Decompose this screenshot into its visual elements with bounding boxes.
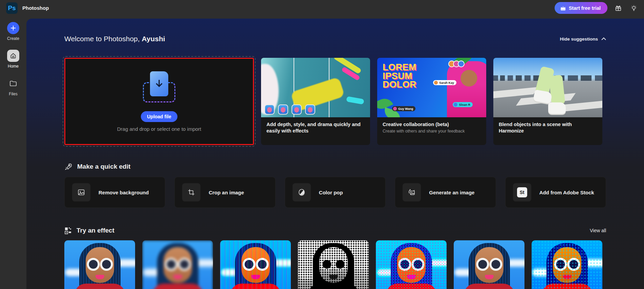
upload-file-button[interactable]: Upload file bbox=[141, 111, 177, 122]
portrait-image bbox=[532, 240, 602, 289]
portrait-image bbox=[142, 240, 213, 289]
effects-grid-icon bbox=[64, 227, 72, 234]
generate-image-icon bbox=[403, 183, 421, 201]
remove-background-button[interactable]: Remove background bbox=[64, 177, 165, 208]
effects-row bbox=[64, 240, 606, 289]
sidebar-item-create[interactable]: Create bbox=[7, 22, 19, 41]
card-subtitle: Create with others and share your feedba… bbox=[383, 129, 481, 134]
contrast-icon bbox=[293, 183, 311, 201]
quick-edit-row: Remove background Crop an image Color po… bbox=[64, 177, 606, 208]
view-all-button[interactable]: View all bbox=[590, 228, 606, 233]
collaborator-chip: Sloan R bbox=[453, 102, 473, 107]
card-title: Creative collaboration (beta) bbox=[383, 121, 481, 128]
app-title: Photoshop bbox=[22, 5, 49, 11]
card-title: Blend objects into a scene with Harmoniz… bbox=[499, 121, 597, 134]
lorem-overlay-text: LOREM IPSUM DOLOR bbox=[383, 63, 423, 89]
generate-an-image-button[interactable]: Generate an image bbox=[395, 177, 496, 208]
gift-icon bbox=[615, 4, 622, 12]
chevron-up-icon bbox=[601, 37, 606, 41]
crop-icon bbox=[182, 183, 200, 201]
effect-thumb-original-alt[interactable] bbox=[454, 240, 524, 289]
crop-an-image-button[interactable]: Crop an image bbox=[174, 177, 275, 208]
topbar: Ps Photoshop Start free trial bbox=[0, 0, 644, 16]
rocket-icon bbox=[64, 163, 72, 171]
sidebar-item-label: Create bbox=[7, 36, 19, 41]
lightbulb-icon bbox=[630, 4, 638, 12]
sidebar-item-label: Home bbox=[8, 64, 19, 69]
file-download-icon bbox=[142, 71, 176, 102]
hide-suggestions-button[interactable]: Hide suggestions bbox=[560, 37, 606, 42]
effect-thumb-original[interactable] bbox=[64, 240, 135, 289]
suggestion-card-effects[interactable]: Add depth, style, and drama quickly and … bbox=[261, 58, 370, 145]
adobe-stock-icon: St bbox=[513, 183, 531, 201]
effects-card-image bbox=[261, 58, 370, 117]
portrait-image bbox=[298, 240, 369, 289]
collaborator-avatars bbox=[450, 61, 465, 67]
effect-thumb-posterize-orange[interactable] bbox=[532, 240, 602, 289]
sidebar: Create Home Files bbox=[0, 16, 26, 289]
home-icon bbox=[7, 50, 19, 62]
portrait-image bbox=[220, 240, 291, 289]
collaborator-chip: Sarah Kay bbox=[433, 80, 456, 85]
crown-icon bbox=[560, 5, 566, 11]
try-an-effect-heading: Try an effect bbox=[77, 227, 114, 234]
portrait-image bbox=[64, 240, 135, 289]
sidebar-item-home[interactable]: Home bbox=[7, 50, 19, 69]
effect-thumb-halftone-color[interactable] bbox=[376, 240, 447, 289]
avatar bbox=[458, 61, 465, 67]
start-free-trial-label: Start free trial bbox=[569, 5, 601, 11]
upload-hint: Drag and drop or select one to import bbox=[117, 126, 201, 132]
start-free-trial-button[interactable]: Start free trial bbox=[555, 2, 607, 14]
sidebar-item-label: Files bbox=[9, 92, 17, 96]
folder-icon bbox=[7, 77, 19, 90]
effect-thumb-motion-blur[interactable] bbox=[142, 240, 213, 289]
card-title: Add depth, style, and drama quickly and … bbox=[266, 121, 365, 134]
quick-edit-heading: Make a quick edit bbox=[77, 163, 130, 170]
suggestion-card-collaboration[interactable]: LOREM IPSUM DOLOR Sarah Kay Guy Wang Slo… bbox=[377, 58, 486, 145]
photoshop-logo[interactable]: Ps bbox=[6, 2, 18, 14]
welcome-title: Welcome to Photoshop, Ayushi bbox=[64, 35, 165, 43]
home-panel: Welcome to Photoshop, Ayushi Hide sugges… bbox=[26, 19, 644, 289]
portrait-image bbox=[376, 240, 447, 289]
suggestion-card-harmonize[interactable]: Blend objects into a scene with Harmoniz… bbox=[493, 58, 602, 145]
sidebar-item-files[interactable]: Files bbox=[7, 77, 19, 96]
harmonize-card-image bbox=[493, 58, 602, 117]
portrait-image bbox=[454, 240, 524, 289]
effect-thumb-halftone-bw[interactable] bbox=[298, 240, 369, 289]
plus-icon bbox=[7, 22, 19, 34]
add-from-adobe-stock-button[interactable]: St Add from Adobe Stock bbox=[505, 177, 606, 208]
upload-dropzone[interactable]: Upload file Drag and drop or select one … bbox=[64, 58, 254, 145]
collaborator-chip: Guy Wang bbox=[392, 106, 415, 111]
welcome-user-name: Ayushi bbox=[142, 35, 165, 43]
photoshop-logo-text: Ps bbox=[8, 4, 16, 12]
collaboration-card-image: LOREM IPSUM DOLOR Sarah Kay Guy Wang Slo… bbox=[377, 58, 486, 117]
whats-new-button[interactable] bbox=[629, 3, 639, 13]
topbar-actions: Start free trial bbox=[555, 2, 639, 14]
hide-suggestions-label: Hide suggestions bbox=[560, 37, 598, 42]
gift-button[interactable] bbox=[614, 3, 623, 13]
image-icon bbox=[72, 183, 90, 201]
effect-thumb-glitch[interactable] bbox=[220, 240, 291, 289]
color-pop-button[interactable]: Color pop bbox=[285, 177, 386, 208]
